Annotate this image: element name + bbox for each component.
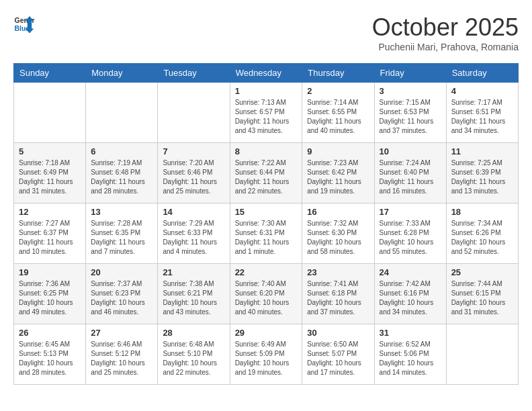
day-number: 4 xyxy=(451,86,513,96)
calendar-cell: 12Sunrise: 7:27 AM Sunset: 6:37 PM Dayli… xyxy=(14,203,86,264)
day-info: Sunrise: 7:36 AM Sunset: 6:25 PM Dayligh… xyxy=(19,279,81,317)
day-info: Sunrise: 7:20 AM Sunset: 6:46 PM Dayligh… xyxy=(163,158,224,196)
day-number: 26 xyxy=(19,328,81,338)
day-info: Sunrise: 7:22 AM Sunset: 6:44 PM Dayligh… xyxy=(235,158,298,196)
day-number: 15 xyxy=(235,207,298,217)
calendar-cell: 19Sunrise: 7:36 AM Sunset: 6:25 PM Dayli… xyxy=(14,264,86,324)
day-number: 9 xyxy=(307,146,369,156)
header-tuesday: Tuesday xyxy=(158,64,230,83)
day-number: 17 xyxy=(380,207,441,217)
day-info: Sunrise: 7:38 AM Sunset: 6:21 PM Dayligh… xyxy=(163,279,224,317)
day-info: Sunrise: 6:46 AM Sunset: 5:12 PM Dayligh… xyxy=(91,340,152,377)
calendar-cell: 18Sunrise: 7:34 AM Sunset: 6:26 PM Dayli… xyxy=(446,203,518,264)
day-number: 30 xyxy=(307,328,369,338)
day-info: Sunrise: 7:44 AM Sunset: 6:15 PM Dayligh… xyxy=(451,279,513,317)
calendar-cell: 9Sunrise: 7:23 AM Sunset: 6:42 PM Daylig… xyxy=(302,143,374,203)
calendar-week-4: 19Sunrise: 7:36 AM Sunset: 6:25 PM Dayli… xyxy=(14,264,519,324)
calendar-cell: 11Sunrise: 7:25 AM Sunset: 6:39 PM Dayli… xyxy=(446,143,518,203)
calendar-cell: 25Sunrise: 7:44 AM Sunset: 6:15 PM Dayli… xyxy=(446,264,518,324)
day-number: 13 xyxy=(91,207,152,217)
calendar-header-row: SundayMondayTuesdayWednesdayThursdayFrid… xyxy=(14,64,519,83)
day-info: Sunrise: 7:14 AM Sunset: 6:55 PM Dayligh… xyxy=(307,98,369,136)
calendar-cell xyxy=(158,83,230,143)
day-number: 6 xyxy=(91,146,152,156)
day-info: Sunrise: 7:41 AM Sunset: 6:18 PM Dayligh… xyxy=(307,279,369,317)
calendar-cell: 15Sunrise: 7:30 AM Sunset: 6:31 PM Dayli… xyxy=(230,203,302,264)
header-thursday: Thursday xyxy=(302,64,374,83)
calendar-cell: 23Sunrise: 7:41 AM Sunset: 6:18 PM Dayli… xyxy=(302,264,374,324)
calendar-cell: 5Sunrise: 7:18 AM Sunset: 6:49 PM Daylig… xyxy=(14,143,86,203)
day-number: 21 xyxy=(163,267,224,277)
day-info: Sunrise: 7:32 AM Sunset: 6:30 PM Dayligh… xyxy=(307,219,369,257)
day-number: 10 xyxy=(380,146,441,156)
day-info: Sunrise: 7:15 AM Sunset: 6:53 PM Dayligh… xyxy=(380,98,441,136)
calendar-cell xyxy=(446,324,518,385)
calendar-cell: 13Sunrise: 7:28 AM Sunset: 6:35 PM Dayli… xyxy=(86,203,158,264)
location: Puchenii Mari, Prahova, Romania xyxy=(372,42,519,52)
day-number: 2 xyxy=(307,86,369,96)
day-info: Sunrise: 7:30 AM Sunset: 6:31 PM Dayligh… xyxy=(235,219,298,257)
calendar-week-2: 5Sunrise: 7:18 AM Sunset: 6:49 PM Daylig… xyxy=(14,143,519,203)
day-number: 3 xyxy=(380,86,441,96)
day-number: 28 xyxy=(163,328,224,338)
calendar-cell: 2Sunrise: 7:14 AM Sunset: 6:55 PM Daylig… xyxy=(302,83,374,143)
calendar-week-1: 1Sunrise: 7:13 AM Sunset: 6:57 PM Daylig… xyxy=(14,83,519,143)
header-wednesday: Wednesday xyxy=(230,64,302,83)
calendar-cell: 6Sunrise: 7:19 AM Sunset: 6:48 PM Daylig… xyxy=(86,143,158,203)
day-info: Sunrise: 7:27 AM Sunset: 6:37 PM Dayligh… xyxy=(19,219,81,257)
calendar-cell: 28Sunrise: 6:48 AM Sunset: 5:10 PM Dayli… xyxy=(158,324,230,385)
day-info: Sunrise: 7:40 AM Sunset: 6:20 PM Dayligh… xyxy=(235,279,298,317)
calendar-cell: 22Sunrise: 7:40 AM Sunset: 6:20 PM Dayli… xyxy=(230,264,302,324)
calendar-cell: 27Sunrise: 6:46 AM Sunset: 5:12 PM Dayli… xyxy=(86,324,158,385)
day-info: Sunrise: 7:19 AM Sunset: 6:48 PM Dayligh… xyxy=(91,158,152,196)
day-info: Sunrise: 6:52 AM Sunset: 5:06 PM Dayligh… xyxy=(380,340,441,377)
day-info: Sunrise: 7:13 AM Sunset: 6:57 PM Dayligh… xyxy=(235,98,298,136)
day-number: 19 xyxy=(19,267,81,277)
calendar-cell: 31Sunrise: 6:52 AM Sunset: 5:06 PM Dayli… xyxy=(374,324,446,385)
day-info: Sunrise: 7:18 AM Sunset: 6:49 PM Dayligh… xyxy=(19,158,81,196)
day-number: 14 xyxy=(163,207,224,217)
day-info: Sunrise: 7:28 AM Sunset: 6:35 PM Dayligh… xyxy=(91,219,152,257)
calendar-cell: 29Sunrise: 6:49 AM Sunset: 5:09 PM Dayli… xyxy=(230,324,302,385)
day-number: 29 xyxy=(235,328,298,338)
day-info: Sunrise: 6:49 AM Sunset: 5:09 PM Dayligh… xyxy=(235,340,298,377)
calendar-cell: 3Sunrise: 7:15 AM Sunset: 6:53 PM Daylig… xyxy=(374,83,446,143)
day-number: 27 xyxy=(91,328,152,338)
calendar-cell: 14Sunrise: 7:29 AM Sunset: 6:33 PM Dayli… xyxy=(158,203,230,264)
day-info: Sunrise: 7:37 AM Sunset: 6:23 PM Dayligh… xyxy=(91,279,152,317)
day-info: Sunrise: 7:25 AM Sunset: 6:39 PM Dayligh… xyxy=(451,158,513,196)
calendar-cell: 30Sunrise: 6:50 AM Sunset: 5:07 PM Dayli… xyxy=(302,324,374,385)
day-number: 20 xyxy=(91,267,152,277)
day-info: Sunrise: 6:50 AM Sunset: 5:07 PM Dayligh… xyxy=(307,340,369,377)
calendar-cell: 7Sunrise: 7:20 AM Sunset: 6:46 PM Daylig… xyxy=(158,143,230,203)
day-info: Sunrise: 6:45 AM Sunset: 5:13 PM Dayligh… xyxy=(19,340,81,377)
day-number: 11 xyxy=(451,146,513,156)
day-number: 1 xyxy=(235,86,298,96)
day-info: Sunrise: 7:34 AM Sunset: 6:26 PM Dayligh… xyxy=(451,219,513,257)
day-number: 25 xyxy=(451,267,513,277)
day-number: 16 xyxy=(307,207,369,217)
day-number: 23 xyxy=(307,267,369,277)
day-number: 22 xyxy=(235,267,298,277)
day-number: 7 xyxy=(163,146,224,156)
day-info: Sunrise: 7:33 AM Sunset: 6:28 PM Dayligh… xyxy=(380,219,441,257)
day-info: Sunrise: 7:42 AM Sunset: 6:16 PM Dayligh… xyxy=(380,279,441,317)
title-block: October 2025 Puchenii Mari, Prahova, Rom… xyxy=(372,13,519,52)
day-info: Sunrise: 6:48 AM Sunset: 5:10 PM Dayligh… xyxy=(163,340,224,377)
calendar-cell: 17Sunrise: 7:33 AM Sunset: 6:28 PM Dayli… xyxy=(374,203,446,264)
day-number: 18 xyxy=(451,207,513,217)
day-info: Sunrise: 7:29 AM Sunset: 6:33 PM Dayligh… xyxy=(163,219,224,257)
logo-icon: General Blue xyxy=(13,13,35,35)
calendar-cell xyxy=(86,83,158,143)
day-number: 31 xyxy=(380,328,441,338)
calendar-cell: 24Sunrise: 7:42 AM Sunset: 6:16 PM Dayli… xyxy=(374,264,446,324)
calendar-cell: 10Sunrise: 7:24 AM Sunset: 6:40 PM Dayli… xyxy=(374,143,446,203)
day-number: 8 xyxy=(235,146,298,156)
calendar-table: SundayMondayTuesdayWednesdayThursdayFrid… xyxy=(13,63,519,385)
calendar-cell: 1Sunrise: 7:13 AM Sunset: 6:57 PM Daylig… xyxy=(230,83,302,143)
calendar-cell: 20Sunrise: 7:37 AM Sunset: 6:23 PM Dayli… xyxy=(86,264,158,324)
calendar-cell: 4Sunrise: 7:17 AM Sunset: 6:51 PM Daylig… xyxy=(446,83,518,143)
month-title: October 2025 xyxy=(372,13,519,42)
calendar-cell xyxy=(14,83,86,143)
calendar-week-5: 26Sunrise: 6:45 AM Sunset: 5:13 PM Dayli… xyxy=(14,324,519,385)
